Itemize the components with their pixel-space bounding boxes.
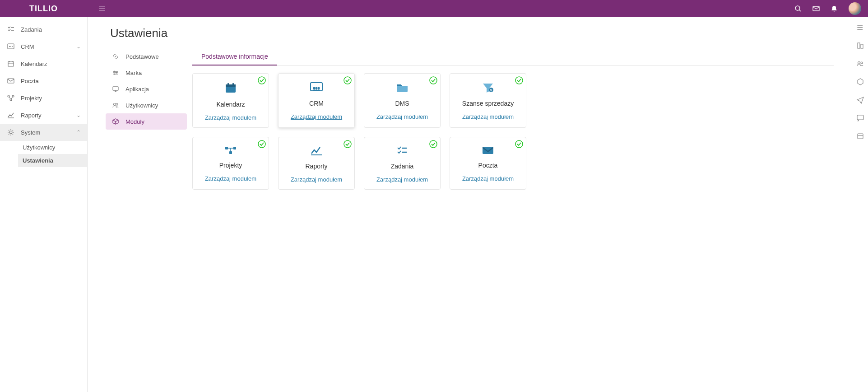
link-icon xyxy=(112,52,120,61)
envelope-icon xyxy=(482,145,494,155)
module-manage-link[interactable]: Zarządzaj modułem xyxy=(376,113,428,120)
settings-nav-podstawowe[interactable]: Podstawowe xyxy=(106,48,187,65)
sidebar-item-crm[interactable]: CRM ⌄ xyxy=(0,38,87,55)
svg-rect-7 xyxy=(8,79,14,83)
header-actions xyxy=(794,2,861,15)
menu-toggle-button[interactable] xyxy=(98,5,106,12)
svg-rect-35 xyxy=(229,151,232,154)
svg-point-32 xyxy=(258,140,265,148)
svg-rect-1 xyxy=(813,6,819,11)
folder-icon xyxy=(395,82,409,93)
svg-point-14 xyxy=(114,74,116,75)
sidebar-subitem-label: Ustawienia xyxy=(23,157,53,164)
sidebar-item-poczta[interactable]: Poczta xyxy=(0,72,87,89)
sidebar-subitem-label: Użytkownicy xyxy=(23,144,55,151)
settings-nav-label: Marka xyxy=(125,70,142,76)
rail-users-button[interactable] xyxy=(856,60,864,68)
svg-rect-33 xyxy=(225,147,228,149)
svg-rect-20 xyxy=(226,84,236,87)
settings-sidenav: Podstawowe Marka Aplikacja Użytkownicy M… xyxy=(106,48,187,130)
svg-point-0 xyxy=(795,6,800,10)
status-ok-icon xyxy=(515,140,524,149)
rail-node-button[interactable] xyxy=(856,78,864,86)
sidebar-item-kalendarz[interactable]: Kalendarz xyxy=(0,55,87,72)
monitor-icon xyxy=(112,85,120,93)
svg-point-16 xyxy=(114,103,116,106)
hamburger-icon xyxy=(98,5,106,12)
chevron-down-icon: ⌄ xyxy=(76,112,81,118)
user-avatar[interactable] xyxy=(849,2,861,15)
module-manage-link[interactable]: Zarządzaj modułem xyxy=(291,176,342,183)
svg-point-25 xyxy=(313,87,316,89)
module-manage-link[interactable]: Zarządzaj modułem xyxy=(462,175,514,182)
users-icon xyxy=(856,60,864,68)
sidebar-item-label: Zadania xyxy=(21,26,42,33)
svg-point-29 xyxy=(515,77,523,84)
sidebar-item-raporty[interactable]: Raporty ⌄ xyxy=(0,107,87,124)
module-manage-link[interactable]: Zarządzaj modułem xyxy=(462,113,514,120)
settings-nav-marka[interactable]: Marka xyxy=(106,65,187,81)
svg-point-26 xyxy=(316,87,318,89)
calendar-icon xyxy=(6,59,15,68)
module-grid: Kalendarz Zarządzaj modułem CRM Zarządza… xyxy=(192,73,834,190)
sliders-icon xyxy=(112,69,120,77)
rail-building-button[interactable] xyxy=(856,42,864,50)
sidebar-item-system[interactable]: System ⌃ xyxy=(0,124,87,141)
rail-send-button[interactable] xyxy=(856,96,864,104)
svg-point-41 xyxy=(857,27,858,28)
svg-point-42 xyxy=(857,29,858,30)
settings-nav-moduly[interactable]: Moduły xyxy=(106,113,187,130)
module-manage-link[interactable]: Zarządzaj modułem xyxy=(376,176,428,183)
building-icon xyxy=(856,42,864,50)
sidebar-subitem-ustawienia[interactable]: Ustawienia xyxy=(18,154,87,167)
sidebar-item-label: System xyxy=(21,129,40,136)
sidebar-system-submenu: Użytkownicy Ustawienia xyxy=(0,141,87,167)
bell-icon xyxy=(831,5,838,12)
settings-nav-label: Moduły xyxy=(125,118,144,125)
module-card-kalendarz: Kalendarz Zarządzaj modułem xyxy=(192,73,269,128)
svg-point-13 xyxy=(116,72,117,74)
svg-point-36 xyxy=(344,140,351,148)
module-name: Poczta xyxy=(478,162,498,169)
sidebar-subitem-uzytkownicy[interactable]: Użytkownicy xyxy=(18,141,87,154)
svg-rect-22 xyxy=(232,83,234,86)
box-icon xyxy=(112,117,120,126)
chart-icon xyxy=(310,145,323,156)
list-icon xyxy=(856,23,864,32)
main-content: Ustawienia Podstawowe Marka Aplikacja xyxy=(88,17,852,392)
sidebar-item-projekty[interactable]: Projekty xyxy=(0,89,87,107)
rail-calendar-button[interactable] xyxy=(856,132,864,140)
app-header: TILLIO xyxy=(0,0,868,17)
module-manage-link[interactable]: Zarządzaj modułem xyxy=(291,113,342,120)
module-name: Raporty xyxy=(305,163,327,170)
messages-button[interactable] xyxy=(812,5,820,12)
svg-text:$: $ xyxy=(490,89,492,92)
tab-podstawowe-informacje[interactable]: Podstawowe informacje xyxy=(192,48,277,65)
module-name: CRM xyxy=(309,100,324,107)
module-card-zadania: Zadania Zarządzaj modułem xyxy=(364,137,441,190)
svg-point-40 xyxy=(857,25,858,26)
svg-point-11 xyxy=(9,131,12,134)
sidebar-item-label: Poczta xyxy=(21,78,39,84)
status-ok-icon xyxy=(343,76,352,85)
envelope-icon xyxy=(812,5,820,12)
svg-point-17 xyxy=(116,103,118,105)
settings-nav-aplikacja[interactable]: Aplikacja xyxy=(106,81,187,97)
module-manage-link[interactable]: Zarządzaj modułem xyxy=(205,114,256,121)
module-card-raporty: Raporty Zarządzaj modułem xyxy=(278,137,355,190)
hexagon-icon xyxy=(856,78,864,86)
settings-nav-uzytkownicy[interactable]: Użytkownicy xyxy=(106,97,187,113)
rail-tasks-button[interactable] xyxy=(856,23,864,32)
calendar-icon xyxy=(224,82,237,94)
checklist-icon xyxy=(396,145,408,156)
page-title: Ustawienia xyxy=(106,26,834,40)
rail-chat-button[interactable] xyxy=(856,114,864,122)
gear-icon xyxy=(6,128,15,137)
search-button[interactable] xyxy=(794,5,802,12)
sidebar-item-zadania[interactable]: Zadania xyxy=(0,21,87,38)
module-manage-link[interactable]: Zarządzaj modułem xyxy=(205,175,256,182)
tasks-icon xyxy=(6,25,15,34)
notifications-button[interactable] xyxy=(831,5,838,12)
svg-point-4 xyxy=(10,46,11,47)
status-ok-icon xyxy=(515,76,524,85)
